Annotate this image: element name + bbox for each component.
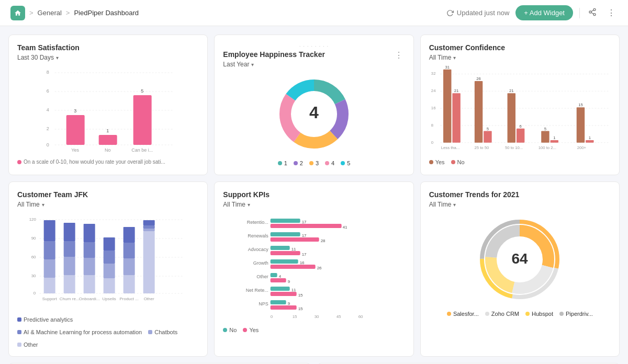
- breadcrumb-current: PiedPiper Dashboard: [74, 9, 139, 17]
- svg-point-1: [589, 11, 591, 13]
- breadcrumb-sep2: >: [66, 9, 70, 17]
- svg-text:Advocacy: Advocacy: [248, 247, 269, 252]
- customer-team-widget: Customer Team JFK All Time ▾ 120 90 60 3…: [8, 181, 208, 357]
- svg-rect-112: [271, 232, 300, 236]
- svg-text:15: 15: [578, 103, 583, 107]
- support-kpis-filter[interactable]: All Time ▾: [223, 201, 405, 208]
- svg-text:28: 28: [321, 238, 326, 243]
- svg-text:No: No: [105, 147, 111, 153]
- svg-rect-127: [271, 273, 277, 277]
- svg-rect-98: [143, 229, 155, 231]
- customer-confidence-legend: Yes No: [429, 159, 611, 165]
- svg-rect-19: [133, 95, 152, 145]
- chevron-down-icon: ▾: [453, 202, 456, 208]
- widget-row-2: Customer Team JFK All Time ▾ 120 90 60 3…: [8, 181, 620, 357]
- svg-rect-80: [64, 223, 75, 241]
- svg-text:6: 6: [519, 124, 521, 129]
- svg-rect-114: [271, 237, 319, 242]
- svg-text:31: 31: [445, 65, 450, 70]
- customer-team-title: Customer Team JFK: [17, 190, 199, 199]
- employee-happiness-widget: · · · · · · · · Employee Happiness Track…: [214, 35, 413, 175]
- svg-rect-96: [143, 220, 155, 225]
- svg-text:8: 8: [47, 70, 49, 75]
- svg-text:4: 4: [47, 107, 49, 112]
- svg-text:6: 6: [47, 88, 49, 94]
- svg-text:120: 120: [29, 217, 37, 222]
- customer-confidence-title: Customer Confidence: [429, 43, 611, 52]
- svg-text:4: 4: [279, 274, 282, 279]
- breadcrumb-general[interactable]: General: [38, 9, 62, 17]
- team-satisfaction-filter[interactable]: Last 30 Days ▾: [17, 54, 199, 61]
- svg-rect-43: [452, 93, 460, 143]
- employee-happiness-title: Employee Happiness Tracker: [223, 50, 325, 59]
- svg-text:Support: Support: [42, 297, 58, 301]
- svg-rect-139: [271, 305, 297, 310]
- breadcrumb: > General > PiedPiper Dashboard: [10, 6, 139, 20]
- more-menu-button[interactable]: ⋮: [605, 6, 618, 20]
- employee-happiness-menu[interactable]: ⋮: [392, 50, 405, 60]
- svg-text:45: 45: [337, 314, 341, 319]
- svg-rect-79: [44, 278, 55, 293]
- svg-text:30: 30: [31, 274, 36, 278]
- svg-text:0: 0: [271, 314, 273, 319]
- widget-row-1: Team Satisfaction Last 30 Days ▾ 8 6 4 2…: [8, 35, 620, 175]
- employee-happiness-chart: 4 1 2 3 4 5: [223, 72, 405, 166]
- svg-point-0: [593, 8, 596, 10]
- svg-rect-49: [507, 93, 515, 143]
- svg-text:11: 11: [291, 288, 296, 292]
- svg-rect-81: [64, 241, 75, 257]
- chevron-down-icon: ▾: [453, 55, 456, 61]
- svg-rect-83: [64, 275, 75, 293]
- svg-text:5: 5: [486, 127, 488, 131]
- customer-trends-filter[interactable]: All Time ▾: [429, 201, 611, 208]
- svg-rect-95: [124, 275, 135, 293]
- svg-rect-109: [271, 224, 342, 228]
- header-divider: [579, 8, 580, 18]
- customer-team-filter[interactable]: All Time ▾: [17, 201, 199, 208]
- svg-text:Other: Other: [256, 274, 268, 279]
- svg-text:0: 0: [47, 142, 49, 147]
- svg-text:11: 11: [291, 247, 296, 252]
- svg-text:26: 26: [476, 76, 481, 81]
- add-widget-button[interactable]: + Add Widget: [515, 5, 573, 20]
- svg-text:NPS: NPS: [259, 301, 268, 306]
- share-button[interactable]: [586, 6, 599, 20]
- customer-team-chart: 120 90 60 30 0: [17, 212, 199, 313]
- svg-rect-94: [124, 258, 135, 275]
- customer-confidence-filter[interactable]: All Time ▾: [429, 54, 611, 61]
- svg-text:1: 1: [588, 135, 590, 140]
- svg-rect-84: [84, 224, 95, 242]
- svg-text:2: 2: [47, 126, 49, 131]
- employee-happiness-filter[interactable]: Last Year ▾: [223, 61, 325, 68]
- svg-text:Retentio...: Retentio...: [247, 220, 268, 225]
- svg-rect-92: [124, 227, 135, 243]
- svg-rect-45: [474, 81, 482, 143]
- svg-rect-99: [143, 231, 155, 293]
- svg-text:30: 30: [315, 314, 319, 319]
- svg-text:5: 5: [141, 88, 143, 94]
- home-icon[interactable]: [10, 6, 25, 20]
- chevron-down-icon: ▾: [251, 62, 254, 67]
- svg-rect-53: [541, 131, 549, 143]
- svg-text:4: 4: [309, 103, 319, 122]
- svg-text:0: 0: [33, 291, 36, 295]
- svg-rect-76: [44, 220, 55, 241]
- customer-confidence-widget: Customer Confidence All Time ▾ 32 24 16 …: [420, 35, 620, 175]
- svg-text:17: 17: [302, 233, 307, 238]
- svg-rect-15: [66, 115, 85, 145]
- svg-rect-78: [44, 259, 55, 278]
- svg-text:60: 60: [358, 314, 363, 319]
- team-satisfaction-title: Team Satisfaction: [17, 43, 199, 52]
- svg-point-2: [593, 13, 596, 15]
- svg-text:3: 3: [74, 108, 76, 113]
- svg-rect-55: [550, 140, 558, 143]
- svg-rect-129: [271, 278, 286, 282]
- svg-rect-57: [576, 107, 584, 143]
- svg-rect-85: [84, 242, 95, 258]
- customer-trends-widget: Customer Trends for 2021 All Time ▾: [420, 181, 620, 357]
- svg-text:21: 21: [454, 88, 458, 93]
- svg-text:60: 60: [31, 255, 36, 259]
- svg-text:Less tha...: Less tha...: [441, 145, 459, 150]
- svg-rect-86: [84, 258, 95, 275]
- svg-rect-93: [124, 243, 135, 258]
